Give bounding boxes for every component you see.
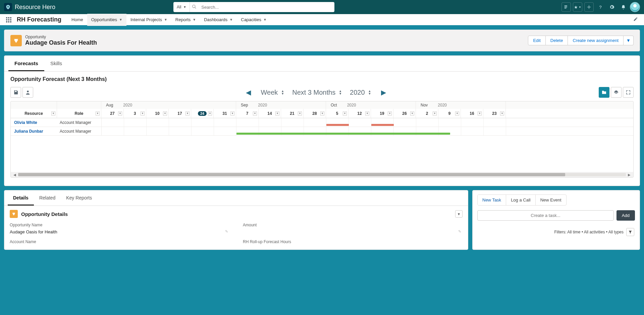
view-unit-selector[interactable]: Week ▲▼ [261,89,284,96]
week-header-cell[interactable]: 19▾ [371,109,393,118]
layers-icon[interactable] [611,87,622,98]
folder-icon[interactable] [599,87,609,98]
app-launcher-icon[interactable] [3,14,15,26]
week-header-row: Resource ▾ Role ▾ 27▾3▾10▾17▾24▾31▾7▾14▾… [11,109,633,118]
nav-opportunities[interactable]: Opportunities▼ [87,14,126,26]
edit-nav-pencil-icon[interactable] [630,17,641,22]
filter-icon[interactable]: ▾ [455,111,459,116]
tab-new-event[interactable]: New Event [535,195,566,205]
week-header-cell[interactable]: 28▾ [304,109,326,118]
allocation-bar[interactable] [236,133,450,135]
range-selector[interactable]: Next 3 Months ▲▼ [292,89,342,96]
horizontal-scrollbar[interactable]: ◀ ▶ [11,172,633,177]
week-header-cell[interactable]: 17▾ [169,109,191,118]
week-header-cell[interactable]: 12▾ [348,109,371,118]
tab-details[interactable]: Details [8,190,34,206]
filter-icon[interactable]: ▾ [208,111,212,116]
scroll-right-icon[interactable]: ▶ [627,173,632,177]
week-header-cell[interactable]: 5▾ [326,109,348,118]
prev-arrow-icon[interactable]: ◀ [244,88,253,96]
tab-key-reports[interactable]: Key Reports [61,190,97,206]
filter-icon[interactable]: ▾ [141,111,145,116]
filter-icon[interactable]: ▾ [298,111,302,116]
global-header: Resource Hero All ▼ ★▼ ? [0,0,644,14]
filter-icon[interactable]: ▾ [51,111,55,116]
forecast-grid: Aug2020Sep2020Oct2020Nov2020 Resource ▾ … [10,101,634,178]
filter-icon[interactable]: ▾ [478,111,482,116]
search-scope-dropdown[interactable]: All ▼ [173,2,190,12]
task-subject-input[interactable] [477,210,614,221]
chevron-down-icon: ▼ [229,18,233,21]
nav-reports[interactable]: Reports▼ [171,14,200,26]
filter-icon[interactable]: ▾ [118,111,122,116]
filter-icon[interactable]: ▾ [163,111,167,116]
edit-pencil-icon[interactable]: ✎ [225,229,228,234]
section-menu-dropdown[interactable]: ▼ [455,210,463,218]
filter-icon[interactable]: ▾ [253,111,257,116]
resource-link[interactable]: Juliana Dunbar [11,129,57,134]
year-selector[interactable]: 2020 ▲▼ [350,89,371,96]
nav-internal-projects[interactable]: Internal Projects▼ [126,14,171,26]
scroll-left-icon[interactable]: ◀ [12,173,17,177]
week-header-cell[interactable]: 16▾ [461,109,483,118]
filter-icon[interactable]: ▾ [320,111,324,116]
svg-rect-3 [565,5,567,6]
filter-icon[interactable]: ▾ [230,111,234,116]
week-header-cell[interactable]: 9▾ [438,109,461,118]
filters-summary[interactable]: Filters: All time • All activities • All… [554,230,624,234]
more-actions-dropdown[interactable]: ▼ [624,36,634,45]
favorite-star-icon[interactable]: ★▼ [573,2,582,12]
notifications-bell-icon[interactable] [619,2,628,12]
week-header-cell[interactable]: 3▾ [124,109,146,118]
tab-log-call[interactable]: Log a Call [506,195,535,205]
filter-funnel-icon[interactable] [626,228,634,236]
week-header-cell[interactable]: 23▾ [483,109,506,118]
nav-capacities[interactable]: Capacities▼ [237,14,271,26]
week-header-cell[interactable]: 21▾ [281,109,304,118]
filter-icon[interactable]: ▾ [388,111,392,116]
setup-gear-icon[interactable] [607,2,616,12]
week-header-cell[interactable]: 2▾ [416,109,438,118]
week-header-cell[interactable]: 10▾ [146,109,169,118]
filter-icon[interactable]: ▾ [500,111,504,116]
filter-icon[interactable]: ▾ [275,111,279,116]
nav-dashboards[interactable]: Dashboards▼ [200,14,237,26]
tab-new-task[interactable]: New Task [478,195,506,205]
edit-button[interactable]: Edit [528,36,545,45]
filter-icon[interactable]: ▾ [433,111,437,116]
person-icon[interactable] [22,87,33,98]
resource-link[interactable]: Olivia White [11,120,57,125]
week-header-cell[interactable]: 24▾ [191,109,214,118]
allocation-bar[interactable] [371,124,394,126]
help-icon[interactable]: ? [596,2,605,12]
search-input[interactable] [199,5,334,10]
week-header-cell[interactable]: 27▾ [101,109,124,118]
nav-home[interactable]: Home [67,14,87,26]
next-arrow-icon[interactable]: ▶ [379,88,388,96]
user-avatar[interactable] [630,2,640,12]
tab-skills[interactable]: Skills [44,56,68,71]
edit-pencil-icon[interactable]: ✎ [458,229,461,234]
week-header-cell[interactable]: 7▾ [236,109,259,118]
allocation-bar[interactable] [326,124,349,126]
column-role-header[interactable]: Role ▾ [57,109,101,118]
filter-icon[interactable]: ▾ [343,111,347,116]
tab-forecasts[interactable]: Forecasts [8,56,44,71]
tab-related[interactable]: Related [34,190,61,206]
column-resource-header[interactable]: Resource ▾ [11,109,57,118]
favorites-list-icon[interactable] [561,2,571,12]
week-header-cell[interactable]: 14▾ [259,109,281,118]
filter-icon[interactable]: ▾ [96,111,100,116]
opportunity-icon [10,210,18,218]
filter-icon[interactable]: ▾ [185,111,190,116]
filter-icon[interactable]: ▾ [365,111,369,116]
fullscreen-icon[interactable] [623,87,634,98]
add-task-button[interactable]: Add [616,210,635,221]
week-header-cell[interactable]: 26▾ [393,109,416,118]
create-assignment-button[interactable]: Create new assignment [568,36,624,45]
week-header-cell[interactable]: 31▾ [214,109,236,118]
delete-button[interactable]: Delete [546,36,568,45]
filter-icon[interactable]: ▾ [410,111,414,116]
global-add-icon[interactable] [584,2,594,12]
save-icon[interactable] [10,87,21,98]
